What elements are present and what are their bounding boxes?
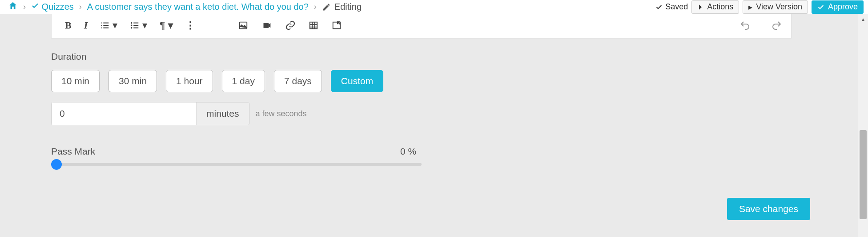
ordered-list-icon[interactable]: ▾	[100, 20, 117, 31]
image-icon[interactable]	[238, 20, 249, 30]
svg-rect-4	[309, 22, 317, 29]
approve-button[interactable]: Approve	[812, 0, 864, 14]
scroll-thumb[interactable]	[860, 130, 867, 219]
link-icon[interactable]	[285, 20, 296, 31]
italic-icon[interactable]: I	[84, 20, 88, 31]
home-icon[interactable]	[8, 1, 18, 13]
embed-icon[interactable]	[331, 20, 342, 30]
duration-option-30min[interactable]: 30 min	[108, 70, 157, 92]
duration-options: 10 min 30 min 1 hour 1 day 7 days Custom	[51, 70, 383, 92]
passmark-value: 0 %	[400, 146, 416, 157]
video-icon[interactable]	[261, 21, 273, 30]
more-icon[interactable]: ⋮	[185, 20, 195, 31]
bold-icon[interactable]: B	[65, 20, 72, 31]
actions-button[interactable]: Actions	[691, 0, 739, 14]
duration-unit: minutes	[196, 102, 249, 125]
duration-option-10min[interactable]: 10 min	[51, 70, 100, 92]
passmark-slider[interactable]	[51, 163, 422, 166]
duration-label: Duration	[51, 51, 86, 62]
breadcrumb: › Quizzes › A customer says they want a …	[8, 1, 362, 13]
save-changes-button[interactable]: Save changes	[727, 198, 810, 220]
redo-icon[interactable]	[772, 20, 782, 31]
passmark-label: Pass Mark	[51, 146, 95, 157]
play-icon: ▸	[748, 2, 752, 12]
paragraph-icon[interactable]: ¶ ▾	[160, 20, 173, 31]
duration-hint: a few seconds	[256, 109, 307, 118]
svg-point-0	[131, 22, 133, 24]
breadcrumb-sep: ›	[314, 2, 317, 12]
table-icon[interactable]	[308, 20, 319, 30]
breadcrumb-sep: ›	[79, 2, 82, 12]
approve-label: Approve	[828, 2, 858, 12]
svg-point-1	[131, 25, 133, 26]
view-version-label: View Version	[756, 2, 802, 12]
breadcrumb-editing: Editing	[322, 2, 362, 12]
scroll-up-icon[interactable]: ▴	[858, 14, 868, 24]
actions-button-label: Actions	[707, 2, 733, 12]
duration-option-1day[interactable]: 1 day	[222, 70, 265, 92]
unordered-list-icon[interactable]: ▾	[130, 20, 147, 31]
undo-icon[interactable]	[739, 20, 750, 31]
duration-option-7days[interactable]: 7 days	[274, 70, 322, 92]
duration-option-custom[interactable]: Custom	[331, 70, 383, 92]
duration-option-1hour[interactable]: 1 hour	[166, 70, 213, 92]
rich-text-editor: B I ▾ ▾ ¶ ▾ ⋮	[51, 14, 792, 39]
view-version-button[interactable]: ▸ View Version	[743, 0, 808, 14]
svg-point-2	[131, 27, 133, 29]
saved-status: Saved	[655, 2, 688, 12]
vertical-scrollbar[interactable]: ▴	[858, 14, 868, 237]
duration-value-input[interactable]	[52, 102, 196, 125]
breadcrumb-sep: ›	[23, 2, 26, 12]
breadcrumb-quiz-title[interactable]: A customer says they want a keto diet. W…	[87, 2, 309, 12]
breadcrumb-quizzes[interactable]: Quizzes	[31, 2, 74, 12]
